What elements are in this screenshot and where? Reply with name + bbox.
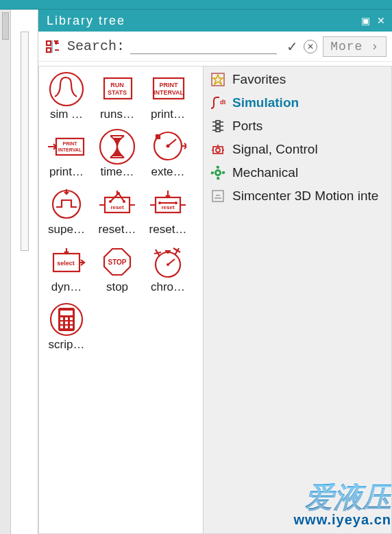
lib-item-printinterval1[interactable]: PRINT INTERVAL print… — [143, 71, 193, 128]
lib-item-chrono[interactable]: chro… — [143, 243, 193, 301]
left-dock-gutter[interactable] — [0, 10, 11, 534]
close-icon[interactable]: ✕ — [377, 15, 385, 26]
integral-icon: dt — [210, 95, 225, 110]
category-label: Mechanical — [232, 165, 298, 180]
svg-text:RUN: RUN — [110, 82, 124, 88]
panel-title: Library tree — [47, 14, 125, 28]
ruler — [21, 32, 29, 251]
svg-point-61 — [217, 171, 219, 174]
category-ports[interactable]: Ports — [204, 114, 391, 138]
svg-point-32 — [167, 263, 169, 266]
svg-text:INTERVAL: INTERVAL — [154, 89, 184, 96]
lib-item-label: stop — [93, 280, 142, 294]
category-label: Simulation — [232, 95, 299, 110]
calculator-icon — [46, 301, 87, 338]
lib-item-time[interactable]: time… — [93, 128, 142, 186]
svg-text:PRINT: PRINT — [160, 82, 179, 88]
motion-icon — [210, 189, 225, 204]
lib-item-dynamic[interactable]: select dyn… — [42, 243, 91, 301]
category-favorites[interactable]: Favorites — [204, 68, 391, 91]
svg-rect-38 — [70, 317, 73, 320]
dock-icon[interactable]: ▣ — [361, 15, 370, 26]
library-categories-pane: Favorites dt Simulation — [204, 66, 391, 533]
clear-icon[interactable]: ✕ — [304, 40, 317, 53]
lib-item-stop[interactable]: STOP stop — [93, 243, 142, 301]
lib-item-reset1[interactable]: reset reset… — [93, 186, 142, 243]
svg-point-14 — [167, 145, 170, 148]
svg-text:STOP: STOP — [108, 258, 126, 266]
lib-item-label: runs… — [93, 108, 142, 121]
lib-item-script[interactable]: scrip… — [42, 301, 91, 359]
svg-rect-0 — [47, 41, 51, 45]
pulse-icon — [46, 186, 87, 223]
lib-item-runstats[interactable]: RUN STATS runs… — [93, 71, 142, 128]
lib-item-label: print… — [42, 165, 91, 179]
category-label: Simcenter 3D Motion inte — [232, 189, 378, 204]
svg-rect-42 — [60, 326, 63, 328]
lib-item-superset[interactable]: supe… — [42, 186, 91, 243]
stop-sign-icon: STOP — [97, 243, 138, 280]
category-signal-control[interactable]: Signal, Control — [204, 138, 391, 161]
lib-item-label: scrip… — [42, 338, 91, 352]
category-simulation[interactable]: dt Simulation — [204, 91, 391, 114]
lib-item-label: time… — [93, 165, 142, 179]
app-top-bar — [0, 0, 392, 10]
dock-tab[interactable] — [2, 12, 9, 40]
svg-text:STATS: STATS — [108, 89, 127, 96]
watermark-url: www.iyeya.cn — [294, 512, 391, 528]
svg-point-51 — [216, 148, 220, 152]
search-input[interactable] — [130, 38, 277, 54]
more-button[interactable]: More › — [323, 36, 387, 57]
svg-text:reset: reset — [161, 204, 174, 210]
search-bar: Search: ✓ ✕ More › — [38, 32, 392, 62]
control-icon — [210, 142, 225, 157]
library-tree-panel: Library tree ▣ ✕ Search: ✓ — [38, 10, 392, 534]
workspace: Library tree ▣ ✕ Search: ✓ — [0, 10, 392, 534]
panel-body: Search: ✓ ✕ More › sim … — [38, 32, 392, 534]
search-label: Search: — [67, 38, 125, 54]
svg-rect-49 — [216, 129, 220, 132]
select-block-icon: select — [46, 243, 87, 280]
svg-text:INTERVAL: INTERVAL — [58, 147, 82, 152]
svg-rect-41 — [70, 321, 73, 324]
vertical-ruler-strip — [11, 10, 38, 534]
run-stats-icon: RUN STATS — [97, 71, 138, 108]
lib-item-reset2[interactable]: reset reset… — [143, 186, 193, 243]
svg-rect-44 — [70, 326, 73, 328]
lib-item-printinterval2[interactable]: PRINT INTERVAL print… — [42, 128, 91, 186]
reset-block-icon: reset — [97, 186, 138, 223]
confirm-icon[interactable]: ✓ — [286, 38, 298, 55]
svg-rect-39 — [60, 321, 63, 324]
print-interval-arrow-icon: PRINT INTERVAL — [46, 128, 87, 165]
lib-item-label: dyn… — [42, 280, 91, 294]
category-label: Favorites — [232, 72, 286, 87]
category-simcenter-3d[interactable]: Simcenter 3D Motion inte — [204, 184, 391, 208]
ports-icon — [210, 119, 225, 134]
svg-rect-40 — [65, 321, 68, 324]
svg-rect-36 — [60, 317, 63, 320]
watermark-title: 爱液压 — [305, 483, 391, 512]
hourglass-icon — [97, 128, 138, 165]
category-label: Signal, Control — [232, 142, 318, 157]
library-split: sim … RUN STATS runs… — [38, 66, 392, 534]
category-label: Ports — [232, 119, 262, 134]
lib-item-external[interactable]: P exte… — [143, 128, 193, 186]
svg-rect-35 — [60, 311, 73, 315]
lib-item-sim[interactable]: sim … — [42, 71, 91, 128]
watermark: 爱液压 www.iyeya.cn — [294, 483, 391, 528]
svg-rect-37 — [65, 317, 68, 320]
lib-item-label: supe… — [42, 223, 91, 236]
lib-item-label: print… — [143, 108, 193, 121]
gear-icon — [210, 165, 225, 180]
tree-filter-icon[interactable] — [44, 38, 62, 56]
lib-item-label: sim … — [42, 108, 91, 121]
library-items-grid: sim … RUN STATS runs… — [42, 71, 200, 359]
svg-rect-62 — [212, 191, 223, 202]
panel-window-buttons[interactable]: ▣ ✕ — [361, 15, 385, 26]
category-mechanical[interactable]: Mechanical — [204, 161, 391, 184]
svg-text:PRINT: PRINT — [63, 141, 78, 146]
svg-rect-47 — [216, 121, 220, 123]
lib-item-label: reset… — [143, 223, 193, 236]
lib-item-label: exte… — [143, 165, 193, 179]
svg-text:reset: reset — [110, 204, 123, 210]
